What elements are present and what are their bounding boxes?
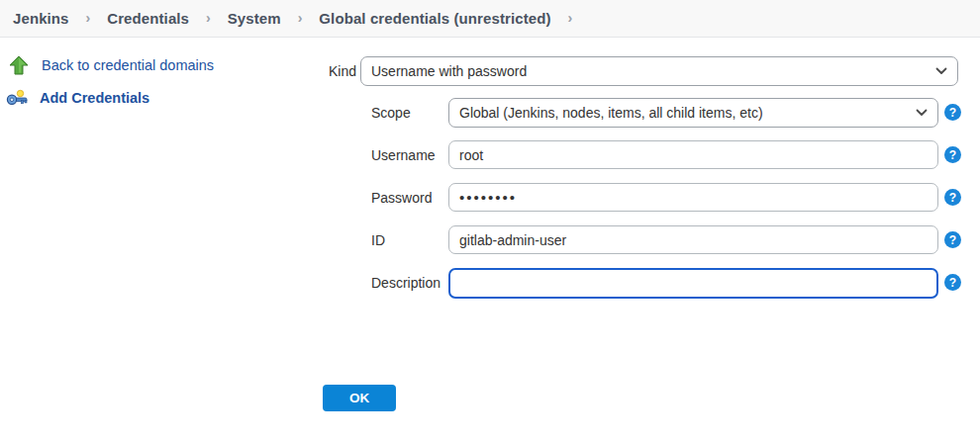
key-icon (6, 87, 28, 109)
scope-help-icon[interactable]: ? (944, 104, 961, 121)
up-arrow-icon (8, 54, 30, 76)
breadcrumb-separator-icon: › (86, 10, 91, 26)
sidebar-item-back-to-credential-domains[interactable]: Back to credential domains (8, 54, 214, 76)
chevron-down-icon (935, 67, 947, 75)
username-label: Username (371, 147, 436, 163)
password-label: Password (371, 190, 432, 206)
id-label: ID (371, 232, 385, 248)
kind-select-value: Username with password (371, 63, 935, 79)
breadcrumb-separator-icon: › (298, 10, 303, 26)
description-input[interactable] (448, 268, 938, 299)
sidebar-item-label: Back to credential domains (42, 57, 214, 73)
breadcrumb-item-credentials[interactable]: Credentials (107, 10, 189, 27)
username-input[interactable] (448, 140, 938, 169)
password-help-icon[interactable]: ? (944, 189, 961, 206)
chevron-down-icon (916, 109, 928, 117)
password-input[interactable] (448, 183, 938, 212)
breadcrumb-expand-icon[interactable]: › (568, 10, 573, 26)
breadcrumb-separator-icon: › (206, 10, 211, 26)
username-help-icon[interactable]: ? (944, 146, 961, 163)
sidebar-item-label: Add Credentials (40, 90, 149, 106)
kind-label: Kind (329, 63, 356, 79)
kind-select[interactable]: Username with password (360, 56, 958, 86)
breadcrumb: Jenkins › Credentials › System › Global … (0, 0, 980, 38)
id-input[interactable] (448, 225, 938, 254)
id-help-icon[interactable]: ? (944, 231, 961, 248)
scope-select[interactable]: Global (Jenkins, nodes, items, all child… (448, 98, 938, 128)
scope-label: Scope (371, 105, 411, 121)
description-help-icon[interactable]: ? (944, 274, 961, 291)
ok-button[interactable]: OK (323, 385, 396, 411)
sidebar-item-add-credentials[interactable]: Add Credentials (6, 87, 149, 109)
description-label: Description (371, 275, 441, 291)
breadcrumb-item-system[interactable]: System (228, 10, 281, 27)
scope-select-value: Global (Jenkins, nodes, items, all child… (459, 105, 916, 121)
breadcrumb-item-global-credentials[interactable]: Global credentials (unrestricted) (319, 10, 550, 27)
breadcrumb-item-jenkins[interactable]: Jenkins (13, 10, 69, 27)
